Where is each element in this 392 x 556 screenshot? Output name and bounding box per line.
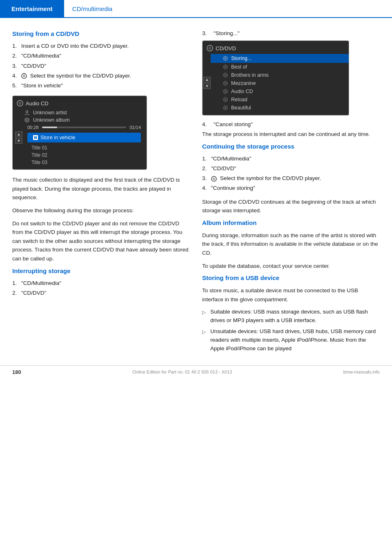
svg-point-7 xyxy=(26,119,28,121)
screen-item-beautiful[interactable]: Beautiful xyxy=(211,104,349,112)
continuing-steps-list: 1. "CD/Multimedia" 2. "CD/DVD" 3. Select… xyxy=(202,155,380,193)
screen-item-brothers[interactable]: Brothers in arms xyxy=(211,71,349,79)
store-btn-icon xyxy=(34,136,37,139)
section-heading-storing-cd: Storing from a CD/DVD xyxy=(12,30,190,37)
svg-point-4 xyxy=(19,102,21,105)
item-icon-mezzanine xyxy=(223,81,228,86)
svg-point-13 xyxy=(225,58,226,59)
svg-point-17 xyxy=(225,74,226,76)
svg-point-16 xyxy=(223,73,227,77)
track-01: Title 01 xyxy=(22,144,147,151)
audio-cd-screen: Audio CD ▲ ▼ Unknown arti xyxy=(12,96,147,170)
screen-item-mezzanine[interactable]: Mezzanine xyxy=(211,79,349,87)
para-usb: To store music, a suitable device must b… xyxy=(202,286,380,304)
album-row: Unknown album xyxy=(22,116,147,124)
artist-row: Unknown artist xyxy=(22,109,147,116)
right-step3-num: 3. xyxy=(202,30,211,36)
header-entertainment: Entertainment xyxy=(0,0,64,17)
para-music-collection: The music collection is displayed and th… xyxy=(12,176,190,202)
progress-bar xyxy=(42,127,127,128)
para-do-not-switch: Do not switch to the CD/DVD player and d… xyxy=(12,219,190,263)
svg-point-10 xyxy=(207,45,213,51)
right-nav-up[interactable]: ▲ xyxy=(203,77,211,82)
progress-fill xyxy=(42,127,57,128)
footer-right: bmw-manuals.info xyxy=(343,369,380,374)
section-heading-interrupting: Interrupting storage xyxy=(12,267,190,274)
interrupting-steps-list: 1. "CD/Multimedia" 2. "CD/DVD" xyxy=(12,279,190,298)
item-icon-reload xyxy=(223,97,228,102)
right-screen-title: CD/DVD xyxy=(216,45,236,51)
svg-point-19 xyxy=(225,82,226,84)
screen-body: ▲ ▼ Unknown artist xyxy=(13,109,147,166)
screen-item-reload[interactable]: Reload xyxy=(211,96,349,104)
time-label: 00:28 xyxy=(27,125,39,130)
section-heading-usb: Storing from a USB device xyxy=(202,274,380,281)
screen-title-bar: Audio CD xyxy=(13,99,147,109)
para-album2: To update the database, contact your ser… xyxy=(202,262,380,271)
nav-up[interactable]: ▲ xyxy=(15,131,22,137)
section-heading-continuing: Continuing the storage process xyxy=(202,143,380,150)
cd-dvd-screen: CD/DVD ▲ ▼ Storing... xyxy=(202,40,349,116)
step-2: 2. "CD/Multimedia" xyxy=(12,52,190,60)
item-icon-beautiful xyxy=(223,105,228,110)
nav-arrows: ▲ ▼ xyxy=(15,131,22,144)
item-icon-storing xyxy=(223,56,228,61)
svg-point-24 xyxy=(223,106,227,110)
cont-step-1: 1. "CD/Multimedia" xyxy=(202,155,380,163)
screen-mockup-left: Audio CD ▲ ▼ Unknown arti xyxy=(12,96,190,170)
store-label: Store in vehicle xyxy=(40,135,75,140)
bullet-suitable: ▷ Suitable devices: USB mass storage dev… xyxy=(202,308,380,325)
person-icon xyxy=(24,110,30,116)
svg-point-21 xyxy=(225,91,226,92)
track-02: Title 02 xyxy=(22,151,147,159)
section-heading-album: Album information xyxy=(202,219,380,226)
svg-point-20 xyxy=(223,89,227,93)
page-number: 180 xyxy=(12,369,21,375)
svg-point-5 xyxy=(26,111,28,113)
right-screen-title-bar: CD/DVD xyxy=(203,44,349,54)
svg-point-14 xyxy=(223,65,227,69)
storing-steps-list: 1. Insert a CD or DVD into the CD/DVD pl… xyxy=(12,42,190,90)
right-nav-arrows: ▲ ▼ xyxy=(203,77,211,89)
page-header: Entertainment CD/multimedia xyxy=(0,0,392,18)
step4-row: 4. "Cancel storing" xyxy=(202,121,380,127)
screen-item-bestof[interactable]: Best of xyxy=(211,63,349,71)
bullet-arrow-2: ▷ xyxy=(202,328,207,353)
progress-row: 00:28 01/14 xyxy=(22,124,147,131)
svg-point-18 xyxy=(223,81,227,85)
bullet-suitable-text: Suitable devices: USB mass storage devic… xyxy=(210,308,380,325)
screen-item-storing[interactable]: Storing... xyxy=(211,54,349,63)
left-column: Storing from a CD/DVD 1. Insert a CD or … xyxy=(12,30,190,357)
cont-step-3: 3. Select the symbol for the CD/DVD play… xyxy=(202,174,380,182)
track-count-label: 01/14 xyxy=(129,125,141,130)
cont-step-4: 4. "Continue storing" xyxy=(202,184,380,192)
svg-point-3 xyxy=(17,100,23,106)
main-content: Storing from a CD/DVD 1. Insert a CD or … xyxy=(0,18,392,365)
step3-row: 3. "Storing..." xyxy=(202,30,380,36)
settings-icon xyxy=(24,117,30,123)
footer-text: Online Edition for Part no. 01 40 2 926 … xyxy=(132,369,232,374)
header-cd: CD/multimedia xyxy=(64,0,120,17)
usb-bullet-list: ▷ Suitable devices: USB mass storage dev… xyxy=(202,308,380,353)
nav-down[interactable]: ▼ xyxy=(15,138,22,144)
right-nav-down[interactable]: ▼ xyxy=(203,83,211,89)
para-album1: During storage, information such as the … xyxy=(202,231,380,258)
svg-point-12 xyxy=(223,56,227,60)
right-step3-text: "Storing..." xyxy=(214,30,240,36)
item-icon-brothers xyxy=(223,73,228,78)
bullet-unsuitable-text: Unsuitable devices: USB hard drives, USB… xyxy=(210,327,380,353)
int-step-1: 1. "CD/Multimedia" xyxy=(12,279,190,287)
cd-symbol-icon xyxy=(21,73,27,79)
int-step-2: 2. "CD/DVD" xyxy=(12,289,190,297)
svg-point-23 xyxy=(225,99,226,100)
store-in-vehicle-btn[interactable]: Store in vehicle xyxy=(27,133,141,142)
svg-point-22 xyxy=(223,98,227,102)
svg-point-1 xyxy=(23,75,25,77)
screen-item-audiocd[interactable]: Audio CD xyxy=(211,87,349,96)
cd-symbol-icon-2 xyxy=(211,176,217,182)
bullet-unsuitable: ▷ Unsuitable devices: USB hard drives, U… xyxy=(202,327,380,353)
item-icon-bestof xyxy=(223,64,228,69)
album-label: Unknown album xyxy=(33,117,70,123)
para-cancel: The storage process is interrupted and c… xyxy=(202,130,380,139)
svg-point-15 xyxy=(225,66,226,68)
